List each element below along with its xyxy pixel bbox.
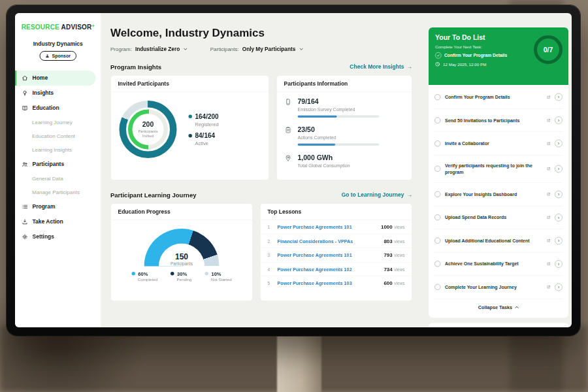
chevron-right-button[interactable]: › (555, 190, 563, 198)
pending-dot (171, 272, 174, 276)
task-label: Confirm Your Program Details (445, 94, 543, 100)
task-checkbox[interactable] (434, 166, 441, 172)
invited-center-label: Participants Invited (136, 129, 160, 138)
task-label: Upload Spend Data Records (445, 214, 543, 220)
check-more-insights-label: Check More Insights (350, 64, 404, 71)
sidebar-item-take-action[interactable]: Take Action (15, 214, 101, 229)
actions-completed-progress-fill (298, 144, 336, 146)
task-label: Invite a Collaborator (445, 140, 543, 146)
education-gauge-center: 150 Participants (144, 252, 220, 267)
sidebar-item-home[interactable]: Home (15, 71, 96, 86)
chevron-right-button[interactable]: › (555, 283, 563, 291)
lesson-row: 2 Financial Considerations - VPPAs 803vi… (261, 235, 412, 249)
task-row[interactable]: Confirm Your Program Details › (434, 86, 563, 109)
task-checkbox[interactable] (434, 284, 441, 291)
stat-emission-survey: 79/164 Emission Survey Completed (277, 92, 412, 120)
invited-legend: 164/200 Registered 84/164 (189, 108, 219, 152)
task-checkbox[interactable] (434, 191, 441, 198)
chevron-right-button[interactable]: › (555, 140, 563, 148)
not-started-label: Not Started (211, 278, 232, 282)
task-checkbox[interactable] (434, 214, 441, 221)
lightbulb-icon (22, 90, 28, 96)
participants-select-label: Participants: (210, 46, 239, 52)
sidebar-item-program[interactable]: Program (15, 199, 101, 214)
todo-due-date: 12 May 2025, 12:00 PM (443, 62, 486, 67)
registered-value: 164/200 (195, 113, 219, 121)
sidebar-item-learning-insights[interactable]: Learning Insights (15, 143, 101, 157)
chevron-right-button[interactable]: › (555, 260, 563, 268)
invited-participants-title: Invited Participants (111, 76, 269, 93)
logo-resource: RESOURCE (22, 24, 59, 31)
sponsor-badge-label: Sponsor (52, 53, 71, 58)
sidebar-item-education-content[interactable]: Education Content (15, 129, 101, 143)
sidebar-item-insights[interactable]: Insights (15, 86, 101, 101)
lesson-link[interactable]: Power Purchase Agreements 102 (278, 267, 384, 272)
invited-center-value: 200 (136, 120, 160, 128)
participants-select[interactable]: Participants: Only My Participants (210, 46, 303, 53)
chevron-right-button[interactable]: › (555, 93, 563, 101)
go-to-learning-journey-label: Go to Learning Journey (342, 192, 404, 199)
external-link-icon (547, 239, 551, 243)
invited-donut-chart: 200 Participants Invited (120, 101, 177, 158)
task-row[interactable]: Achieve One Sustainability Target › (434, 252, 563, 276)
collapse-tasks-link[interactable]: Collapse Tasks (434, 299, 563, 315)
chevron-right-button[interactable]: › (555, 116, 563, 124)
emission-survey-label: Emission Survey Completed (298, 107, 380, 112)
sponsor-badge: Sponsor (40, 51, 76, 61)
active-value: 84/164 (195, 132, 216, 140)
check-more-insights-link[interactable]: Check More Insights → (350, 64, 412, 71)
education-legend: 60% Completed 30% Pending 10% Not Starte… (111, 271, 253, 282)
location-pin-icon (285, 154, 293, 172)
lesson-link[interactable]: Power Purchase Agreements 103 (278, 281, 384, 286)
task-row[interactable]: Explore Your Insights Dashboard › (434, 183, 563, 206)
sidebar-item-education[interactable]: Education (15, 101, 101, 116)
lesson-link[interactable]: Financial Considerations - VPPAs (278, 238, 384, 244)
survey-icon (285, 98, 293, 118)
sidebar-item-general-data[interactable]: General Data (15, 172, 101, 186)
lesson-views-unit: views (394, 281, 404, 286)
task-row[interactable]: Invite a Collaborator › (434, 132, 563, 155)
program-insights-cards: Invited Participants 200 Participants In… (110, 75, 412, 180)
lesson-views-value: 793 (384, 252, 392, 258)
external-link-icon (547, 167, 551, 171)
emission-survey-progress-fill (298, 116, 337, 118)
lesson-link[interactable]: Power Purchase Agreements 101 (278, 253, 384, 258)
chevron-right-button[interactable]: › (555, 214, 563, 221)
lesson-views-value: 734 (384, 267, 392, 272)
task-row[interactable]: Complete Your Learning Journey › (434, 276, 563, 299)
sidebar-item-manage-participants[interactable]: Manage Participants (15, 186, 101, 199)
task-checkbox[interactable] (434, 140, 441, 147)
sidebar-item-settings[interactable]: Settings (15, 229, 101, 244)
task-checkbox[interactable] (434, 238, 441, 244)
chevron-right-button[interactable]: › (555, 165, 563, 172)
gear-icon (22, 233, 28, 240)
task-checkbox[interactable] (434, 94, 441, 101)
invited-donut-center: 200 Participants Invited (133, 114, 164, 145)
sidebar-item-learning-journey[interactable]: Learning Journey (15, 116, 101, 129)
task-row[interactable]: Verify participants requesting to join t… (434, 155, 563, 183)
sidebar-item-participants[interactable]: Participants (15, 157, 101, 172)
task-row[interactable]: Upload Additional Educational Content › (434, 229, 563, 253)
external-link-icon (547, 216, 551, 220)
go-to-learning-journey-link[interactable]: Go to Learning Journey → (342, 192, 412, 199)
filters-row: Program: Industrialize Zero Participants… (110, 46, 412, 53)
sidebar-item-label: Program (33, 203, 56, 210)
legend-pending: 30% Pending (171, 271, 191, 282)
clock-icon (435, 62, 440, 67)
sidebar-item-label: Home (33, 74, 48, 81)
program-select[interactable]: Program: Industrialize Zero (110, 46, 188, 53)
people-icon (22, 161, 28, 167)
task-row[interactable]: Send 50 Invitations to Participants › (434, 109, 563, 133)
task-checkbox[interactable] (434, 261, 441, 267)
task-checkbox[interactable] (434, 117, 441, 123)
home-icon (22, 74, 28, 81)
todo-list: Confirm Your Program Details › Send 50 I… (429, 85, 568, 318)
task-row[interactable]: Upload Spend Data Records › (434, 206, 563, 229)
completed-dot (131, 272, 135, 276)
top-lessons-card: Top Lessons 1 Power Purchase Agreements … (260, 203, 412, 301)
lesson-rank: 3 (268, 253, 278, 258)
lesson-link[interactable]: Power Purchase Agreements 101 (278, 225, 381, 230)
chevron-right-button[interactable]: › (555, 237, 563, 244)
sidebar: RESOURCE ADVISOR+ Industry Dynamics Spon… (15, 13, 101, 327)
actions-completed-label: Actions Completed (298, 135, 380, 140)
